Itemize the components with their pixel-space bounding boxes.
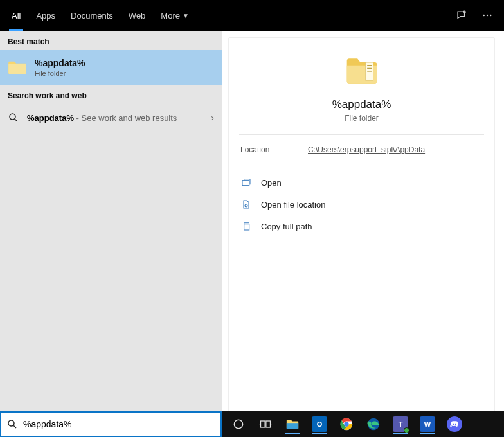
svg-rect-10 [242, 181, 249, 186]
chevron-right-icon: › [211, 112, 214, 123]
taskbar-cortana[interactable] [227, 414, 250, 434]
open-icon [240, 177, 252, 188]
svg-point-2 [487, 15, 488, 16]
taskbar-outlook[interactable]: O [308, 414, 331, 434]
taskbar-task-view[interactable] [254, 414, 277, 434]
location-row: Location C:\Users\erpsupport_sipl\AppDat… [229, 135, 494, 165]
folder-icon [8, 59, 27, 76]
more-options-icon[interactable] [474, 0, 500, 31]
discord-icon [447, 416, 462, 432]
taskbar-chrome[interactable] [335, 414, 358, 434]
web-query: %appdata% [27, 113, 74, 123]
cortana-icon [232, 418, 245, 431]
svg-point-15 [234, 420, 242, 428]
web-suffix: - See work and web results [74, 113, 177, 123]
search-box[interactable] [0, 411, 222, 437]
chevron-down-icon: ▼ [183, 12, 189, 19]
search-icon [6, 418, 18, 430]
feedback-icon[interactable] [449, 0, 474, 31]
action-copy-full-path[interactable]: Copy full path [233, 215, 491, 237]
edge-icon [366, 417, 381, 431]
bottom-bar: O T W [0, 411, 504, 437]
result-title: %appdata% [35, 58, 86, 68]
search-input[interactable] [23, 419, 215, 429]
outlook-icon: O [312, 416, 327, 432]
taskbar-discord[interactable] [443, 414, 466, 434]
svg-line-5 [15, 119, 17, 121]
results-pane: Best match %appdata% File folder Search … [0, 31, 222, 411]
task-view-icon [259, 418, 272, 431]
taskbar-edge[interactable] [362, 414, 385, 434]
svg-point-13 [8, 420, 14, 426]
action-label: Open [261, 178, 282, 188]
search-body: Best match %appdata% File folder Search … [0, 31, 504, 411]
tab-label: Apps [36, 11, 55, 21]
svg-rect-12 [244, 224, 249, 230]
copy-icon [240, 220, 252, 232]
svg-rect-20 [287, 423, 298, 429]
folder-large-icon [344, 53, 380, 89]
svg-rect-17 [266, 421, 271, 427]
tab-label: All [12, 11, 21, 21]
chrome-icon [339, 417, 354, 431]
taskbar: O T W [222, 411, 504, 437]
best-match-header: Best match [0, 31, 222, 50]
tab-label: More [161, 11, 180, 21]
taskbar-file-explorer[interactable] [281, 414, 304, 434]
preview-actions: Open Open file location Copy full path [229, 165, 494, 244]
file-location-icon [240, 199, 252, 210]
svg-rect-16 [261, 421, 266, 427]
location-path[interactable]: C:\Users\erpsupport_sipl\AppData [308, 145, 425, 154]
location-label: Location [240, 145, 308, 154]
tab-label: Web [129, 11, 146, 21]
action-label: Copy full path [261, 222, 312, 231]
result-subtitle: File folder [35, 69, 86, 77]
tab-all[interactable]: All [4, 0, 28, 31]
action-open-file-location[interactable]: Open file location [233, 193, 491, 215]
svg-line-14 [14, 425, 16, 428]
tab-apps[interactable]: Apps [28, 0, 63, 31]
preview-pane: %appdata% File folder Location C:\Users\… [222, 31, 504, 411]
word-icon: W [420, 416, 435, 432]
preview-title: %appdata% [332, 98, 392, 111]
search-web-result[interactable]: %appdata% - See work and web results › [0, 104, 222, 131]
teams-icon: T [393, 416, 408, 432]
svg-point-11 [245, 204, 248, 207]
action-open[interactable]: Open [233, 172, 491, 193]
preview-subtitle: File folder [345, 114, 379, 123]
taskbar-teams[interactable]: T [389, 414, 412, 434]
svg-point-4 [10, 114, 15, 120]
action-label: Open file location [261, 200, 325, 210]
search-icon [8, 112, 19, 123]
tab-web[interactable]: Web [121, 0, 154, 31]
taskbar-word[interactable]: W [416, 414, 439, 434]
search-work-web-header: Search work and web [0, 85, 222, 104]
tab-documents[interactable]: Documents [63, 0, 121, 31]
svg-point-1 [483, 15, 485, 16]
tab-label: Documents [71, 11, 113, 21]
best-match-result[interactable]: %appdata% File folder [0, 50, 222, 85]
search-tabs: All Apps Documents Web More▼ [0, 0, 504, 31]
tab-more[interactable]: More▼ [153, 0, 197, 31]
file-explorer-icon [285, 417, 300, 431]
svg-point-3 [490, 15, 491, 16]
